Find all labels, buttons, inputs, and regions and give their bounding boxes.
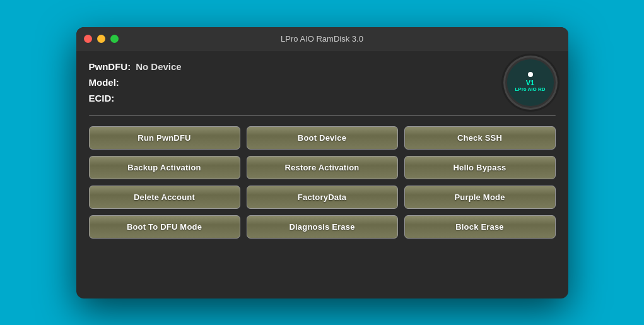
- pwndfu-row: PwnDFU: No Device: [89, 61, 556, 72]
- pwndfu-label: PwnDFU:: [89, 61, 131, 72]
- logo-name: LPro AIO RD: [515, 86, 545, 93]
- info-section: PwnDFU: No Device Model: ECID:: [89, 61, 556, 103]
- boot-to-dfu-button[interactable]: Boot To DFU Mode: [89, 215, 240, 239]
- close-button[interactable]: [84, 35, 92, 43]
- main-window: LPro AIO RamDisk 3.0 V1 LPro AIO RD PwnD…: [76, 27, 568, 298]
- factory-data-button[interactable]: FactoryData: [247, 186, 398, 209]
- run-pwndfu-button[interactable]: Run PwnDFU: [89, 126, 240, 150]
- backup-activation-button[interactable]: Backup Activation: [89, 156, 240, 179]
- model-label: Model:: [89, 77, 119, 88]
- ecid-row: ECID:: [89, 93, 556, 103]
- block-erase-button[interactable]: Block Erase: [404, 215, 556, 239]
- check-ssh-button[interactable]: Check SSH: [404, 126, 556, 150]
- logo-version: V1: [526, 80, 534, 86]
- minimize-button[interactable]: [97, 35, 105, 43]
- model-row: Model:: [89, 77, 556, 88]
- content-area: V1 LPro AIO RD PwnDFU: No Device Model: …: [76, 51, 568, 298]
- logo-area: V1 LPro AIO RD: [505, 57, 556, 108]
- title-bar: LPro AIO RamDisk 3.0: [76, 27, 568, 51]
- buttons-grid: Run PwnDFUBoot DeviceCheck SSHBackup Act…: [89, 126, 556, 239]
- window-title: LPro AIO RamDisk 3.0: [281, 34, 363, 44]
- logo-dot: [528, 72, 533, 77]
- delete-account-button[interactable]: Delete Account: [89, 186, 240, 209]
- ecid-label: ECID:: [89, 93, 115, 103]
- divider: [89, 115, 556, 116]
- purple-mode-button[interactable]: Purple Mode: [404, 186, 556, 209]
- traffic-lights: [84, 35, 119, 43]
- pwndfu-value: No Device: [136, 61, 182, 72]
- maximize-button[interactable]: [110, 35, 119, 43]
- restore-activation-button[interactable]: Restore Activation: [247, 156, 398, 179]
- diagnosis-erase-button[interactable]: Diagnosis Erase: [247, 215, 398, 239]
- boot-device-button[interactable]: Boot Device: [247, 126, 398, 150]
- hello-bypass-button[interactable]: Hello Bypass: [404, 156, 556, 179]
